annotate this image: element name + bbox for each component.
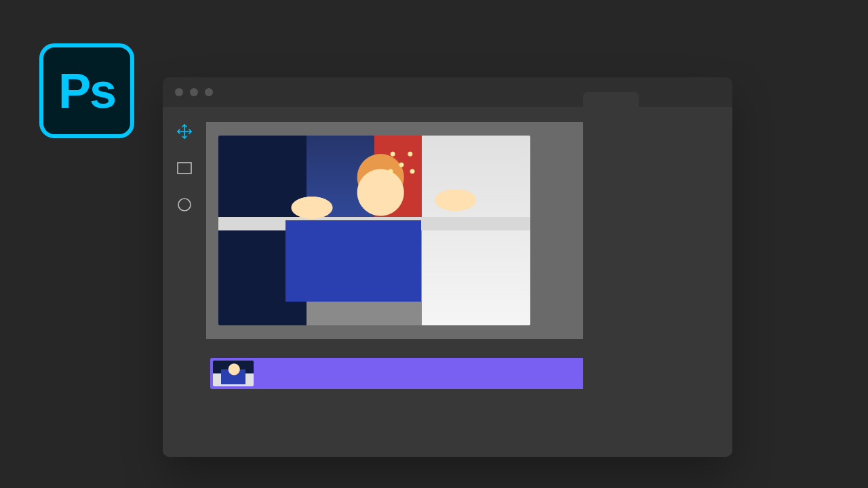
ellipse-icon — [176, 197, 193, 213]
svg-rect-0 — [178, 163, 191, 174]
move-icon — [176, 123, 193, 140]
rectangle-icon — [176, 161, 193, 176]
canvas-image[interactable] — [218, 136, 530, 325]
ellipse-tool[interactable] — [175, 195, 194, 214]
editor-window — [163, 77, 732, 457]
window-body — [163, 107, 732, 457]
app-logo-text: Ps — [58, 63, 115, 119]
window-control-maximize[interactable] — [205, 88, 213, 96]
side-panel[interactable] — [583, 107, 732, 432]
rectangle-tool[interactable] — [175, 159, 194, 178]
window-control-close[interactable] — [175, 88, 183, 96]
svg-point-1 — [178, 199, 191, 211]
move-tool[interactable] — [175, 122, 194, 141]
timeline-clip-thumbnail[interactable] — [213, 361, 254, 386]
window-control-minimize[interactable] — [190, 88, 198, 96]
window-titlebar[interactable] — [163, 77, 732, 107]
app-logo: Ps — [39, 43, 134, 138]
tool-rail — [163, 107, 206, 457]
